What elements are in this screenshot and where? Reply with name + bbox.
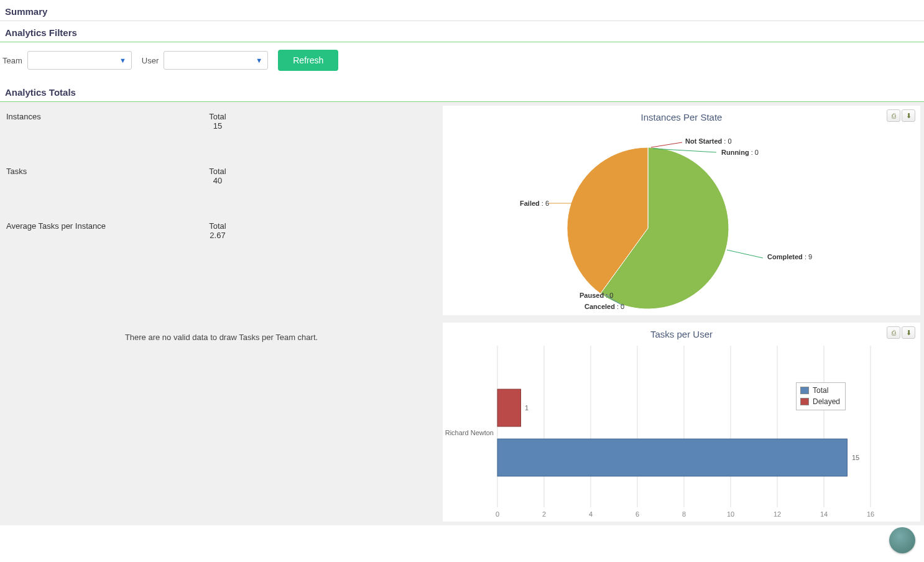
- svg-text:16: 16: [867, 510, 874, 518]
- pie-panel: ⎙ ⬇ Instances Per State: [443, 106, 920, 315]
- kpi-avg-value: 2.67: [193, 231, 243, 240]
- summary-header: Summary: [0, 0, 924, 21]
- filters-header: Analytics Filters: [0, 21, 924, 42]
- chevron-down-icon: ▼: [119, 57, 126, 64]
- print-icon[interactable]: ⎙: [887, 326, 900, 339]
- legend-swatch-delayed: [800, 398, 809, 405]
- svg-line-2: [727, 250, 763, 258]
- chevron-down-icon: ▼: [256, 57, 262, 64]
- kpi-panel: Instances Total 15 Tasks Total 40 Averag…: [0, 102, 443, 319]
- pie-label-running: Running : 0: [721, 149, 759, 156]
- kpi-instances-value: 15: [193, 121, 243, 131]
- svg-text:0: 0: [496, 510, 499, 518]
- pie-label-not-started: Not Started : 0: [685, 137, 732, 145]
- svg-text:12: 12: [774, 510, 781, 518]
- print-icon[interactable]: ⎙: [887, 109, 900, 122]
- lower-area: There are no valid data to draw Tasks pe…: [0, 319, 924, 525]
- kpi-tasks-value: 40: [193, 176, 243, 185]
- bar-toolbar: ⎙ ⬇: [887, 326, 915, 339]
- kpi-tasks-total-label: Total: [209, 167, 226, 176]
- user-label: User: [142, 56, 159, 65]
- team-dropdown[interactable]: ▼: [27, 51, 132, 70]
- svg-text:6: 6: [635, 510, 639, 518]
- pie-label-completed: Completed : 9: [767, 253, 812, 260]
- kpi-instances: Instances Total 15: [0, 106, 443, 160]
- filters-row: Team ▼ User ▼ Refresh: [0, 42, 924, 81]
- refresh-button[interactable]: Refresh: [278, 50, 338, 71]
- svg-text:15: 15: [852, 454, 859, 461]
- legend-total: Total: [800, 385, 840, 396]
- svg-text:4: 4: [589, 510, 593, 518]
- kpi-tasks: Tasks Total 40: [0, 160, 443, 215]
- pie-chart: Not Started : 0 Running : 0 Completed : …: [443, 122, 920, 315]
- legend-delayed-label: Delayed: [813, 396, 840, 407]
- user-dropdown[interactable]: ▼: [164, 51, 268, 70]
- kpi-avg-label: Average Tasks per Instance: [6, 221, 193, 240]
- totals-header: Analytics Totals: [0, 81, 924, 102]
- pie-toolbar: ⎙ ⬇: [887, 109, 915, 122]
- download-icon[interactable]: ⬇: [902, 326, 915, 339]
- legend-delayed: Delayed: [800, 396, 840, 407]
- bar-chart: 1 15 0 2 4 6 8 10 12 14 16 Richard Newto…: [443, 339, 915, 520]
- kpi-avg: Average Tasks per Instance Total 2.67: [0, 215, 443, 308]
- svg-text:1: 1: [525, 404, 529, 412]
- kpi-tasks-label: Tasks: [6, 167, 193, 185]
- kpi-instances-total-label: Total: [209, 112, 226, 121]
- svg-text:8: 8: [682, 510, 686, 518]
- pie-label-canceled: Canceled : 0: [584, 303, 624, 310]
- svg-text:14: 14: [820, 510, 828, 518]
- svg-text:2: 2: [542, 510, 546, 518]
- bar-panel: ⎙ ⬇ Tasks per User 1: [443, 323, 920, 522]
- bar-title: Tasks per User: [443, 323, 920, 339]
- team-label: Team: [2, 56, 22, 65]
- pie-title: Instances Per State: [443, 106, 920, 122]
- svg-line-0: [651, 142, 682, 147]
- no-team-data-message: There are no valid data to draw Tasks pe…: [0, 319, 443, 525]
- pie-label-failed: Failed : 6: [520, 200, 549, 207]
- svg-rect-17: [497, 439, 848, 476]
- kpi-avg-total-label: Total: [209, 221, 226, 231]
- svg-text:10: 10: [727, 510, 734, 518]
- legend-total-label: Total: [813, 385, 828, 396]
- svg-text:Richard Newton: Richard Newton: [445, 429, 494, 436]
- download-icon[interactable]: ⬇: [902, 109, 915, 122]
- kpi-instances-label: Instances: [6, 112, 193, 131]
- pie-label-paused: Paused : 0: [580, 292, 613, 299]
- svg-rect-15: [497, 389, 521, 426]
- legend-swatch-total: [800, 387, 809, 394]
- bar-legend: Total Delayed: [796, 382, 846, 410]
- totals-area: Instances Total 15 Tasks Total 40 Averag…: [0, 102, 924, 319]
